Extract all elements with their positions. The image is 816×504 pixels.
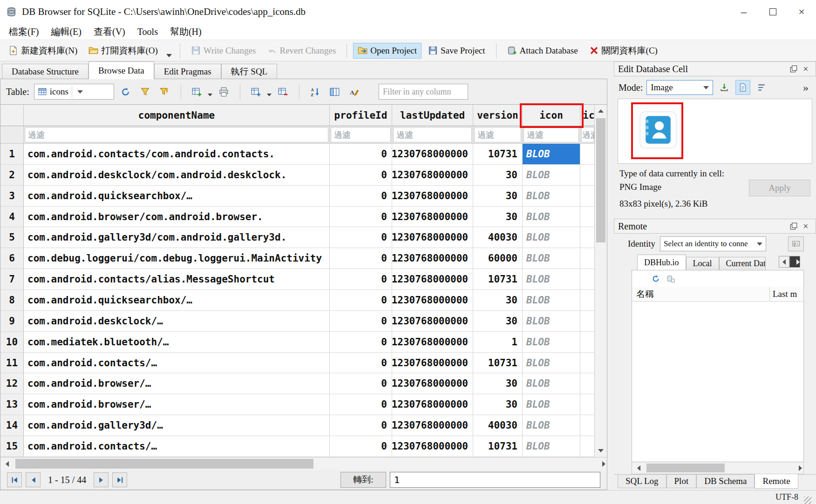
conditional-filter-button[interactable] [157, 84, 173, 100]
table-row[interactable]: 9com.android.deskclock/…0123076800000030… [0, 311, 594, 332]
cell-profileid[interactable]: 0 [330, 436, 392, 457]
cell-componentname[interactable]: com.android.contacts/com.android.contact… [24, 144, 330, 164]
column-header-version[interactable]: version [473, 105, 523, 126]
cell-clipped[interactable] [580, 353, 595, 373]
cell-componentname[interactable]: com.mediatek.bluetooth/… [24, 332, 330, 352]
toolbar-overflow-button[interactable]: » [800, 81, 811, 94]
scroll-left-button[interactable] [632, 462, 645, 474]
column-header-lastupdated[interactable]: lastUpdated [392, 105, 473, 126]
cell-profileid[interactable]: 0 [330, 394, 392, 415]
cell-profileid[interactable]: 0 [330, 165, 392, 185]
filter-any-column-input[interactable] [379, 84, 468, 100]
cell-version[interactable]: 30 [473, 290, 523, 310]
table-row[interactable]: 11com.android.contacts/…0123076800000010… [0, 353, 594, 374]
close-panel-button[interactable]: × [800, 220, 812, 232]
cell-componentname[interactable]: com.android.deskclock/… [24, 311, 330, 331]
open-database-dropdown-icon[interactable] [166, 54, 172, 57]
import-certificate-button[interactable] [788, 236, 804, 251]
table-select[interactable]: icons [34, 84, 114, 100]
cell-lastupdated[interactable]: 1230768000000 [392, 353, 473, 373]
cell-profileid[interactable]: 0 [330, 248, 392, 269]
apply-button[interactable]: Apply [749, 180, 810, 196]
tab-db-schema[interactable]: DB Schema [696, 475, 755, 488]
cell-icon-blob[interactable]: BLOB [523, 436, 580, 457]
column-header-componentname[interactable]: componentName [24, 105, 330, 126]
scroll-right-button[interactable] [790, 462, 803, 474]
cell-clipped[interactable] [580, 227, 595, 248]
cell-profileid[interactable]: 0 [330, 227, 392, 248]
cell-clipped[interactable] [580, 248, 595, 269]
cell-profileid[interactable]: 0 [330, 311, 392, 331]
table-row[interactable]: 2com.android.deskclock/com.android.deskc… [0, 165, 594, 186]
filter-input-componentname[interactable]: 過濾 [24, 126, 330, 143]
menu-view[interactable]: 查看(V) [88, 23, 131, 40]
table-row[interactable]: 15com.android.contacts/…0123076800000010… [0, 436, 594, 457]
cell-version[interactable]: 1 [473, 332, 523, 352]
cell-version[interactable]: 10731 [473, 353, 523, 373]
identity-select[interactable]: Select an identity to conne [660, 236, 766, 251]
column-header-icon[interactable]: icon [523, 105, 580, 126]
horizontal-scrollbar[interactable] [0, 457, 607, 470]
refresh-icon[interactable] [652, 275, 660, 283]
insert-record-button[interactable] [248, 84, 264, 100]
maximize-button[interactable] [758, 0, 787, 23]
column-header-profileid[interactable]: profileId [330, 105, 392, 126]
cell-version[interactable]: 30 [473, 373, 523, 394]
cell-componentname[interactable]: com.android.deskclock/com.android.deskcl… [24, 165, 330, 185]
cell-lastupdated[interactable]: 1230768000000 [392, 269, 473, 289]
table-row[interactable]: 12com.android.browser/…0123076800000030B… [0, 373, 594, 394]
open-database-button[interactable]: 打開資料庫(O) [84, 42, 162, 60]
cell-profileid[interactable]: 0 [330, 186, 392, 206]
attach-database-button[interactable]: Attach Database [503, 43, 583, 59]
cell-componentname[interactable]: com.android.gallery3d/com.android.galler… [24, 227, 330, 248]
cell-clipped[interactable] [580, 186, 595, 206]
cell-icon-blob[interactable]: BLOB [523, 248, 580, 269]
word-wrap-button[interactable] [754, 80, 769, 95]
menu-file[interactable]: 檔案(F) [3, 23, 45, 40]
cell-icon-blob[interactable]: BLOB [523, 332, 580, 352]
last-record-button[interactable] [112, 472, 127, 487]
open-project-button[interactable]: Open Project [353, 43, 422, 59]
cell-clipped[interactable] [580, 311, 595, 331]
filter-input-version[interactable]: 過濾 [473, 126, 523, 143]
first-record-button[interactable] [7, 472, 22, 487]
row-number[interactable]: 13 [0, 394, 24, 415]
tab-database-structure[interactable]: Database Structure [2, 64, 88, 79]
table-row[interactable]: 14com.android.gallery3d/…012307680000004… [0, 415, 594, 436]
row-number[interactable]: 10 [0, 332, 24, 352]
horizontal-scrollbar-thumb[interactable] [15, 459, 313, 469]
cell-version[interactable]: 40030 [473, 227, 523, 248]
resize-grip[interactable] [804, 497, 811, 504]
cell-version[interactable]: 30 [473, 186, 523, 206]
filter-input-clipped[interactable]: 過濾 [580, 126, 595, 143]
cell-componentname[interactable]: com.android.contacts/alias.MessageShortc… [24, 269, 330, 289]
sort-ascending-button[interactable]: AZ [307, 84, 323, 100]
cell-icon-blob[interactable]: BLOB [523, 269, 580, 289]
float-panel-button[interactable] [788, 220, 800, 232]
scroll-down-button[interactable] [595, 444, 607, 457]
cell-icon-blob[interactable]: BLOB [523, 290, 580, 310]
cell-profileid[interactable]: 0 [330, 290, 392, 310]
remote-horizontal-scrollbar[interactable] [632, 462, 804, 474]
tab-sql-log[interactable]: SQL Log [618, 475, 666, 488]
cell-lastupdated[interactable]: 1230768000000 [392, 415, 473, 436]
cell-version[interactable]: 10731 [473, 436, 523, 457]
remote-scrollbar-thumb[interactable] [646, 464, 725, 472]
cell-version[interactable]: 30 [473, 165, 523, 185]
tab-scroll-right-button[interactable] [789, 256, 800, 268]
delete-record-button[interactable] [275, 84, 291, 100]
cell-version[interactable]: 10731 [473, 269, 523, 289]
corner-header-cell[interactable] [0, 105, 24, 126]
cell-profileid[interactable]: 0 [330, 144, 392, 164]
cell-profileid[interactable]: 0 [330, 207, 392, 227]
cell-lastupdated[interactable]: 1230768000000 [392, 248, 473, 269]
cell-profileid[interactable]: 0 [330, 332, 392, 352]
cell-clipped[interactable] [580, 269, 595, 289]
cell-version[interactable]: 30 [473, 207, 523, 227]
minimize-button[interactable]: – [729, 0, 758, 23]
cell-icon-blob[interactable]: BLOB [523, 186, 580, 206]
scroll-up-button[interactable] [595, 105, 607, 117]
row-number[interactable]: 6 [0, 248, 24, 269]
cell-componentname[interactable]: com.android.browser/com.android.browser. [24, 207, 330, 227]
float-panel-button[interactable] [788, 63, 800, 75]
